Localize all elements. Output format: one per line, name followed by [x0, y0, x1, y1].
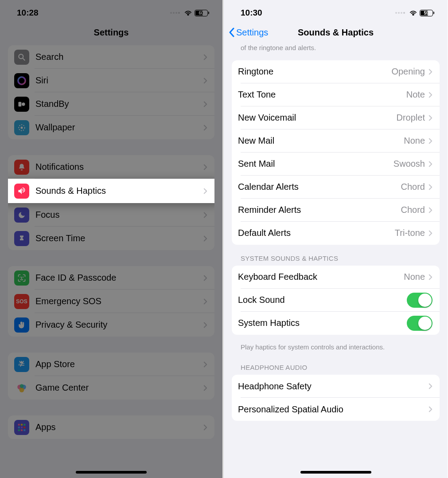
row-system-haptics: System Haptics: [232, 312, 440, 335]
back-button[interactable]: Settings: [229, 27, 268, 38]
row-value: Swoosh: [393, 159, 425, 169]
group-tones: Ringtone Opening Text Tone Note New Voic…: [232, 60, 440, 245]
siri-icon: [14, 73, 29, 88]
wallpaper-icon: [14, 120, 29, 135]
row-sounds-haptics[interactable]: Sounds & Haptics: [8, 179, 214, 203]
svg-rect-15: [21, 426, 23, 428]
row-privacy[interactable]: Privacy & Security: [8, 313, 214, 337]
sounds-haptics-screen: 10:30 59 Settings Sounds & Haptics of th…: [224, 0, 448, 478]
sounds-list[interactable]: of the ringtone and alerts. Ringtone Ope…: [224, 43, 448, 421]
row-emergency-sos[interactable]: SOS Emergency SOS: [8, 290, 214, 313]
back-label: Settings: [236, 27, 268, 38]
status-right: 59: [395, 10, 434, 16]
row-ringtone[interactable]: Ringtone Opening: [232, 60, 440, 83]
row-app-store[interactable]: App Store: [8, 353, 214, 376]
row-reminder-alerts[interactable]: Reminder Alerts Chord: [232, 199, 440, 222]
row-label: Emergency SOS: [35, 296, 203, 306]
row-value: Chord: [401, 182, 425, 192]
svg-rect-18: [21, 429, 23, 431]
row-label: Headphone Safety: [238, 381, 429, 392]
group-2: Notifications Sounds & Haptics Focus Scr…: [8, 155, 214, 250]
row-new-voicemail[interactable]: New Voicemail Droplet: [232, 106, 440, 129]
row-label: Personalized Spatial Audio: [238, 404, 429, 415]
row-headphone-safety[interactable]: Headphone Safety: [232, 375, 440, 398]
row-label: StandBy: [35, 99, 203, 109]
settings-list[interactable]: Search Siri StandBy Wallpaper Notificati…: [0, 45, 222, 455]
row-label: Face ID & Passcode: [35, 273, 203, 283]
row-label: Search: [35, 52, 203, 62]
row-label: App Store: [35, 359, 203, 369]
row-face-id[interactable]: Face ID & Passcode: [8, 266, 214, 290]
section-footer-system: Play haptics for system controls and int…: [232, 339, 440, 364]
group-4: App Store Game Center: [8, 353, 214, 400]
row-label: Sent Mail: [238, 159, 393, 169]
section-header-headphone: HEADPHONE AUDIO: [232, 364, 440, 375]
row-value: Droplet: [397, 113, 425, 123]
speaker-icon: [14, 184, 29, 199]
row-label: Siri: [35, 75, 203, 86]
system-haptics-toggle[interactable]: [407, 316, 432, 331]
status-bar: 10:28 60: [0, 0, 222, 21]
standby-icon: [14, 97, 29, 112]
gamecenter-icon: [14, 380, 29, 396]
row-sent-mail[interactable]: Sent Mail Swoosh: [232, 153, 440, 176]
row-label: Ringtone: [238, 67, 391, 77]
row-label: Calendar Alerts: [238, 182, 401, 192]
row-search[interactable]: Search: [8, 45, 214, 69]
hourglass-icon: [14, 231, 29, 246]
svg-point-9: [19, 387, 24, 392]
faceid-icon: [14, 270, 29, 286]
group-system: Keyboard Feedback None Lock Sound System…: [232, 266, 440, 335]
svg-rect-3: [19, 102, 22, 106]
nav-header: Settings: [0, 21, 222, 43]
row-wallpaper[interactable]: Wallpaper: [8, 116, 214, 139]
lock-sound-toggle[interactable]: [407, 293, 432, 308]
status-time: 10:30: [241, 8, 262, 18]
row-calendar-alerts[interactable]: Calendar Alerts Chord: [232, 176, 440, 199]
row-spatial-audio[interactable]: Personalized Spatial Audio: [232, 398, 440, 421]
row-default-alerts[interactable]: Default Alerts Tri-tone: [232, 222, 440, 245]
row-label: New Voicemail: [238, 113, 397, 123]
row-label: Reminder Alerts: [238, 205, 401, 215]
sos-icon: SOS: [14, 294, 29, 309]
row-notifications[interactable]: Notifications: [8, 155, 214, 179]
battery-icon: 60: [195, 10, 209, 16]
row-value: Chord: [401, 205, 425, 215]
cell-dots-icon: [395, 12, 405, 14]
group-1: Search Siri StandBy Wallpaper: [8, 45, 214, 139]
svg-rect-17: [18, 429, 20, 431]
row-apps[interactable]: Apps: [8, 415, 214, 439]
bell-icon: [14, 160, 29, 175]
group-headphone: Headphone Safety Personalized Spatial Au…: [232, 375, 440, 421]
row-screen-time[interactable]: Screen Time: [8, 227, 214, 250]
svg-rect-13: [23, 423, 25, 425]
home-indicator[interactable]: [300, 471, 371, 474]
wifi-icon: [409, 10, 417, 16]
apps-icon: [14, 420, 29, 435]
row-game-center[interactable]: Game Center: [8, 376, 214, 400]
row-focus[interactable]: Focus: [8, 203, 214, 227]
page-title: Sounds & Haptics: [298, 27, 374, 38]
appstore-icon: [14, 357, 29, 372]
settings-screen: 10:28 60 Settings Search Siri StandBy Wa…: [0, 0, 224, 478]
svg-point-10: [20, 384, 24, 388]
row-label: Wallpaper: [35, 122, 203, 133]
row-new-mail[interactable]: New Mail None: [232, 129, 440, 153]
wifi-icon: [184, 10, 192, 16]
row-label: System Haptics: [238, 318, 407, 328]
row-text-tone[interactable]: Text Tone Note: [232, 83, 440, 106]
status-bar: 10:30 59: [224, 0, 448, 21]
row-standby[interactable]: StandBy: [8, 92, 214, 116]
row-siri[interactable]: Siri: [8, 69, 214, 92]
battery-icon: 59: [420, 10, 434, 16]
row-label: Text Tone: [238, 90, 406, 100]
status-time: 10:28: [17, 8, 39, 18]
row-value: Opening: [391, 67, 425, 77]
row-keyboard-feedback[interactable]: Keyboard Feedback None: [232, 266, 440, 289]
nav-header: Settings Sounds & Haptics: [224, 21, 448, 43]
group-3: Face ID & Passcode SOS Emergency SOS Pri…: [8, 266, 214, 337]
home-indicator[interactable]: [76, 471, 147, 474]
svg-rect-16: [23, 426, 25, 428]
row-label: Privacy & Security: [35, 320, 203, 330]
row-label: Focus: [35, 210, 203, 220]
